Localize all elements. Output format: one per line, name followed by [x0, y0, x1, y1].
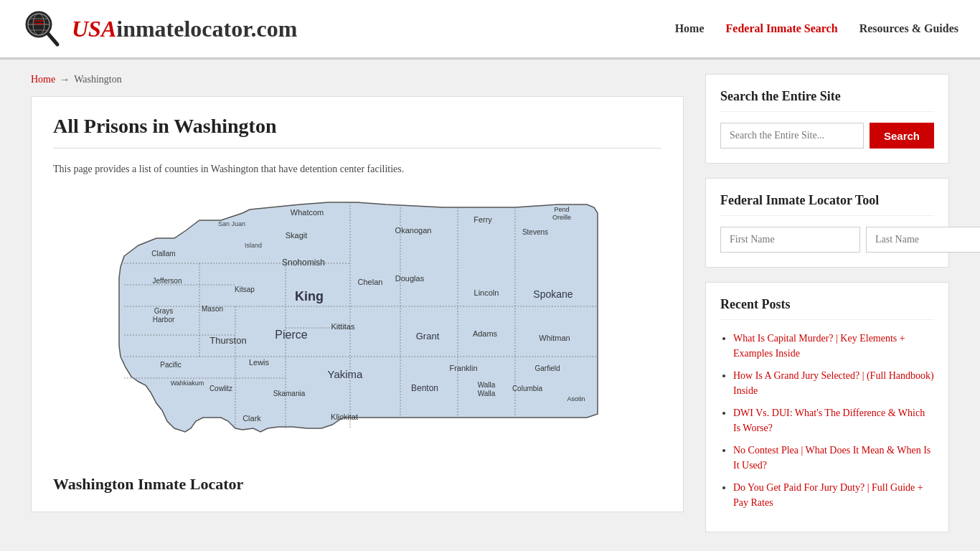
sidebar: Search the Entire Site Search Federal In…	[705, 74, 949, 532]
recent-post-link-3[interactable]: DWI Vs. DUI: What's The Difference & Whi…	[733, 408, 925, 433]
svg-rect-7	[34, 23, 44, 24]
recent-post-link-4[interactable]: No Contest Plea | What Does It Mean & Wh…	[733, 445, 930, 471]
page-title: All Prisons in Washington	[53, 115, 661, 149]
svg-text:Wahkiakum: Wahkiakum	[171, 380, 204, 387]
svg-text:Skagit: Skagit	[286, 231, 308, 240]
logo-usa: USA	[72, 16, 116, 42]
recent-post-link-1[interactable]: What Is Capital Murder? | Key Elements +…	[733, 333, 905, 359]
svg-text:Adams: Adams	[473, 329, 498, 338]
svg-text:Lincoln: Lincoln	[474, 288, 499, 297]
svg-text:Cowlitz: Cowlitz	[209, 385, 232, 392]
bottom-section-heading: Washington Inmate Locator	[53, 475, 661, 494]
svg-text:Columbia: Columbia	[512, 385, 543, 392]
washington-map: Whatcom Skagit Snohomish San Juan Island…	[113, 192, 601, 457]
map-container: Whatcom Skagit Snohomish San Juan Island…	[53, 192, 661, 457]
svg-text:Yakima: Yakima	[328, 368, 364, 380]
list-item: What Is Capital Murder? | Key Elements +…	[733, 331, 934, 361]
breadcrumb-separator: →	[60, 74, 70, 85]
main-content-box: All Prisons in Washington This page prov…	[31, 96, 684, 512]
svg-marker-9	[119, 202, 598, 432]
nav-home[interactable]: Home	[675, 22, 705, 35]
svg-text:Kitsap: Kitsap	[235, 286, 255, 293]
svg-text:Pacific: Pacific	[160, 361, 181, 369]
svg-rect-6	[34, 20, 44, 22]
breadcrumb-home[interactable]: Home	[31, 74, 55, 85]
svg-text:Pend: Pend	[554, 206, 569, 213]
recent-post-link-5[interactable]: Do You Get Paid For Jury Duty? | Full Gu…	[733, 482, 923, 508]
svg-text:Spokane: Spokane	[533, 288, 573, 300]
svg-line-8	[48, 34, 57, 44]
svg-text:Walla: Walla	[478, 390, 496, 397]
last-name-input[interactable]	[866, 227, 980, 253]
recent-posts-list: What Is Capital Murder? | Key Elements +…	[720, 331, 934, 510]
list-item: Do You Get Paid For Jury Duty? | Full Gu…	[733, 480, 934, 510]
breadcrumb: Home → Washington	[31, 74, 684, 85]
content-area: Home → Washington All Prisons in Washing…	[31, 74, 684, 532]
nav-resources-guides[interactable]: Resources & Guides	[859, 22, 958, 35]
svg-text:Pierce: Pierce	[275, 329, 307, 341]
svg-text:Snohomish: Snohomish	[282, 258, 325, 268]
logo-text: USAinmatelocator.com	[72, 16, 297, 42]
site-search-input[interactable]	[720, 123, 864, 149]
svg-text:Thurston: Thurston	[209, 335, 246, 346]
locator-form-row: Submit	[720, 227, 934, 253]
svg-text:Grant: Grant	[416, 331, 440, 342]
svg-text:Clallam: Clallam	[151, 250, 175, 258]
svg-text:Asotin: Asotin	[567, 395, 585, 402]
recent-posts-widget: Recent Posts What Is Capital Murder? | K…	[705, 282, 949, 532]
svg-text:Grays: Grays	[154, 307, 174, 315]
svg-text:Garfield: Garfield	[534, 364, 560, 372]
svg-text:King: King	[295, 289, 324, 303]
list-item: How Is A Grand Jury Selected? | (Full Ha…	[733, 368, 934, 398]
page-description: This page provides a list of counties in…	[53, 161, 661, 177]
logo-area[interactable]: USAinmatelocator.com	[22, 7, 297, 50]
main-nav: Home Federal Inmate Search Resources & G…	[675, 22, 958, 35]
svg-text:Jefferson: Jefferson	[153, 277, 182, 285]
recent-post-link-2[interactable]: How Is A Grand Jury Selected? | (Full Ha…	[733, 370, 934, 396]
svg-text:Stevens: Stevens	[522, 228, 548, 236]
locator-widget-title: Federal Inmate Locator Tool	[720, 193, 934, 216]
svg-text:Klickitat: Klickitat	[331, 413, 358, 421]
svg-text:Clark: Clark	[242, 414, 261, 423]
list-item: DWI Vs. DUI: What's The Difference & Whi…	[733, 405, 934, 435]
site-search-button[interactable]: Search	[870, 123, 934, 149]
svg-text:Kittitas: Kittitas	[331, 322, 355, 331]
svg-text:Harbor: Harbor	[153, 316, 175, 324]
svg-text:Island: Island	[245, 242, 262, 249]
svg-text:Mason: Mason	[202, 305, 223, 313]
svg-text:Douglas: Douglas	[395, 274, 425, 283]
svg-text:Whatcom: Whatcom	[291, 208, 324, 217]
nav-federal-inmate-search[interactable]: Federal Inmate Search	[726, 22, 838, 35]
first-name-input[interactable]	[720, 227, 860, 253]
breadcrumb-current: Washington	[74, 74, 122, 85]
svg-text:Franklin: Franklin	[449, 364, 477, 372]
logo-icon	[22, 7, 65, 50]
svg-text:Oreille: Oreille	[552, 214, 571, 221]
svg-text:Walla: Walla	[478, 381, 496, 389]
search-row: Search	[720, 123, 934, 149]
logo-rest: inmatelocator.com	[116, 16, 297, 42]
svg-text:Skamania: Skamania	[273, 390, 306, 397]
svg-text:Okanogan: Okanogan	[395, 226, 432, 235]
locator-widget: Federal Inmate Locator Tool Submit	[705, 178, 949, 268]
recent-posts-title: Recent Posts	[720, 297, 934, 320]
svg-text:Whitman: Whitman	[539, 334, 570, 342]
page-wrapper: Home → Washington All Prisons in Washing…	[17, 60, 963, 547]
search-widget: Search the Entire Site Search	[705, 74, 949, 164]
site-header: USAinmatelocator.com Home Federal Inmate…	[0, 0, 980, 60]
svg-text:San Juan: San Juan	[218, 220, 245, 227]
svg-text:Chelan: Chelan	[358, 278, 383, 286]
list-item: No Contest Plea | What Does It Mean & Wh…	[733, 443, 934, 473]
svg-text:Ferry: Ferry	[473, 215, 492, 224]
svg-text:Lewis: Lewis	[249, 358, 270, 367]
search-widget-title: Search the Entire Site	[720, 89, 934, 112]
svg-text:Benton: Benton	[411, 383, 438, 393]
